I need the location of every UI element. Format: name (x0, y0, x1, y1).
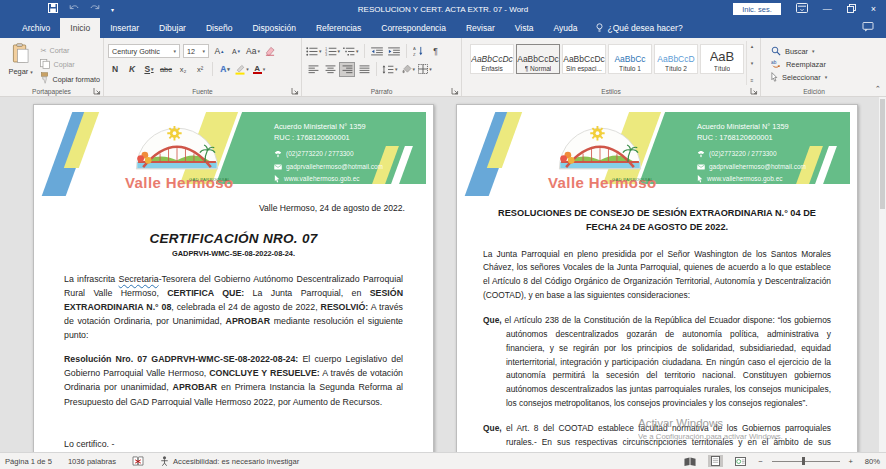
ribbon-tab[interactable]: Ayuda (544, 18, 588, 38)
sort-button[interactable] (412, 45, 426, 58)
res-paragraph-2[interactable]: Que, el Artículo 238 de la Constitución … (483, 314, 831, 411)
restore-icon[interactable] (847, 4, 856, 15)
certification-code[interactable]: GADPRVH-WMC-SE-08-2022-08-24. (34, 249, 433, 258)
strikethrough-button[interactable]: abc (159, 63, 173, 76)
web-layout-button[interactable] (732, 456, 749, 467)
shading-button[interactable]: ▾ (401, 63, 416, 76)
zoom-in-button[interactable]: + (849, 457, 853, 466)
ribbon-tab[interactable]: Insertar (100, 18, 149, 38)
font-dialog-launcher[interactable] (291, 87, 299, 95)
style-card[interactable]: AaBbCcDc Sin espaci... (562, 44, 606, 74)
replace-button[interactable]: Reemplazar (771, 59, 827, 69)
letterhead-banner[interactable]: Valle Hermoso GAD PARROQUIAL Acuerdo Min… (41, 112, 426, 196)
superscript-button[interactable]: x² (193, 63, 207, 76)
styles-scrollbar[interactable]: ▴ ▾ ≡ (746, 41, 757, 85)
font-color-button[interactable]: A▾ (252, 63, 266, 76)
ribbon-tab[interactable]: Disposición (242, 18, 305, 38)
decrease-indent-button[interactable] (370, 45, 384, 58)
style-card[interactable]: AaB Título (700, 44, 744, 74)
collapse-ribbon-icon[interactable]: ⌃ (875, 84, 881, 93)
close-icon[interactable]: × (871, 5, 876, 14)
res-paragraph-1[interactable]: La Junta Parroquial en pleno presidida p… (483, 248, 831, 303)
ribbon-tab[interactable]: Dibujar (149, 18, 196, 38)
vertical-scrollbar[interactable] (879, 97, 886, 452)
style-card[interactable]: AaBbCcDc ¶ Normal (516, 44, 560, 74)
increase-indent-button[interactable] (387, 45, 401, 58)
customize-qat-icon[interactable]: ▾ (111, 6, 114, 13)
zoom-out-button[interactable]: − (758, 457, 762, 466)
format-painter-button[interactable]: Copiar formato (40, 73, 100, 85)
change-case-button[interactable]: Aa▾ (246, 45, 260, 58)
shrink-font-button[interactable]: A▾ (229, 45, 243, 58)
scrollbar-thumb[interactable] (880, 99, 885, 209)
multilevel-list-button[interactable]: ▾ (343, 45, 359, 58)
undo-icon[interactable] (69, 4, 79, 14)
paragraph-dialog-launcher[interactable] (451, 87, 459, 95)
numbering-button[interactable]: ▾ (325, 45, 341, 58)
titlebar-controls: Inic. ses. — × (733, 3, 886, 15)
letterhead-banner[interactable]: Valle Hermoso GAD PARROQUIAL Acuerdo Min… (464, 112, 850, 196)
certification-title[interactable]: CERTIFICACIÓN NRO. 07 (34, 231, 433, 246)
align-justify-button[interactable] (357, 63, 371, 76)
ribbon-tab[interactable]: Revisar (456, 18, 505, 38)
font-name-combo[interactable]: Century Gothic▾ (108, 44, 180, 58)
ribbon-tab[interactable]: Archivo (12, 18, 60, 38)
styles-dialog-launcher[interactable] (750, 87, 758, 95)
document-page-2[interactable]: Valle Hermoso GAD PARROQUIAL Acuerdo Min… (456, 104, 858, 452)
bullets-button[interactable]: ▾ (306, 45, 322, 58)
ribbon-tab[interactable]: Referencias (306, 18, 371, 38)
cut-button[interactable]: ✂Cortar (40, 45, 100, 56)
underline-button[interactable]: S▾ (142, 63, 156, 76)
resolutions-title[interactable]: RESOLUCIONES DE CONSEJO DE SESIÓN EXTRAO… (485, 206, 829, 235)
minimize-icon[interactable]: — (823, 5, 832, 14)
borders-button[interactable]: ▾ (418, 63, 432, 76)
paste-button[interactable]: Pegar ▾ (4, 41, 37, 85)
ribbon-tab[interactable]: Correspondencia (371, 18, 456, 38)
closing-line[interactable]: Lo certifico. - (64, 439, 403, 449)
style-card[interactable]: AaBbCcDc Énfasis (470, 44, 514, 74)
text-effects-button[interactable]: A▾ (218, 63, 232, 76)
bold-button[interactable]: N (108, 63, 122, 76)
page-indicator[interactable]: Página 1 de 5 (5, 457, 52, 466)
style-card[interactable]: AaBbCcD Título 2 (654, 44, 698, 74)
res-paragraph-3[interactable]: Que, el Art. 8 del COOTAD establece facu… (483, 422, 831, 452)
save-icon[interactable] (48, 3, 58, 15)
sign-in-button[interactable]: Inic. ses. (733, 3, 781, 15)
style-card[interactable]: AaBbCc Título 1 (608, 44, 652, 74)
cert-paragraph-1[interactable]: La infrascrita Secretaria-Tesorera del G… (64, 272, 403, 342)
line-spacing-button[interactable]: ▾ (382, 63, 398, 76)
document-page-1[interactable]: Valle Hermoso GAD PARROQUIAL Acuerdo Min… (33, 104, 434, 452)
copy-button[interactable]: Copiar (40, 59, 100, 71)
subscript-button[interactable]: x₂ (176, 63, 190, 76)
ribbon-tab[interactable]: Inicio (60, 18, 100, 38)
comments-icon[interactable] (862, 22, 874, 34)
cert-paragraph-2[interactable]: Resolución Nro. 07 GADPRVH-WMC-SE-08-202… (64, 352, 403, 408)
ribbon-tab[interactable]: Vista (505, 18, 544, 38)
clear-formatting-button[interactable] (263, 45, 277, 58)
zoom-percentage[interactable]: 80% (862, 457, 880, 466)
proofing-errors-icon[interactable] (132, 456, 144, 466)
accessibility-status[interactable]: Accesibilidad: es necesario investigar (160, 456, 299, 466)
tell-me-box[interactable]: ¿Qué desea hacer? (596, 18, 683, 38)
print-layout-button[interactable] (708, 455, 723, 467)
show-marks-button[interactable]: ¶ (429, 45, 443, 58)
select-button[interactable]: Seleccionar▾ (771, 72, 827, 82)
align-left-button[interactable] (306, 63, 320, 76)
grow-font-button[interactable]: A▴ (212, 45, 226, 58)
read-mode-button[interactable] (681, 456, 699, 467)
redo-icon[interactable] (90, 4, 100, 14)
clipboard-dialog-launcher[interactable] (93, 87, 101, 95)
find-button[interactable]: Buscar▾ (771, 46, 827, 56)
italic-button[interactable]: K (125, 63, 139, 76)
zoom-slider[interactable] (772, 461, 840, 462)
word-count[interactable]: 1036 palabras (68, 457, 116, 466)
ribbon-display-options-icon[interactable] (796, 3, 808, 15)
align-center-button[interactable] (323, 63, 337, 76)
accessibility-icon (160, 456, 169, 466)
ribbon-tab[interactable]: Diseño (196, 18, 242, 38)
zoom-slider-thumb[interactable] (802, 457, 805, 465)
font-size-combo[interactable]: 12▾ (183, 44, 209, 58)
highlight-color-button[interactable]: ▾ (235, 63, 249, 76)
date-line[interactable]: Valle Hermoso, 24 de agosto de 2022. (62, 203, 405, 213)
justify-button[interactable] (340, 63, 354, 76)
